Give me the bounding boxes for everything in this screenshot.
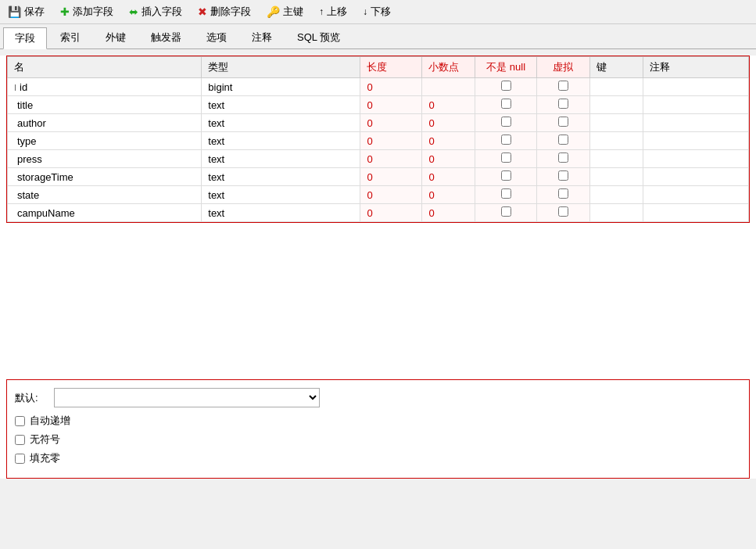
- cell-decimal: 0: [422, 114, 475, 132]
- cell-virtual[interactable]: [537, 168, 590, 186]
- field-name: state: [17, 189, 39, 201]
- cell-key: [589, 132, 643, 150]
- field-name: id: [20, 81, 27, 93]
- virtual-checkbox[interactable]: [558, 81, 568, 91]
- not-null-checkbox[interactable]: [501, 152, 511, 163]
- virtual-checkbox[interactable]: [558, 152, 568, 163]
- down-arrow-icon: ↓: [363, 6, 367, 17]
- auto-increment-checkbox[interactable]: [15, 416, 25, 426]
- table-row[interactable]: titletext00: [8, 96, 749, 114]
- table-row[interactable]: campuNametext00: [8, 204, 749, 222]
- table-header-row: 名 类型 长度 小数点 不是 null 虚拟 键 注释: [8, 57, 749, 78]
- cell-type: text: [202, 150, 360, 168]
- cell-virtual[interactable]: [537, 204, 590, 222]
- header-virtual: 虚拟: [537, 57, 590, 78]
- field-name: press: [17, 153, 42, 165]
- cell-comment: [643, 204, 748, 222]
- cell-decimal: 0: [422, 96, 475, 114]
- not-null-checkbox[interactable]: [501, 206, 511, 217]
- insert-field-button[interactable]: ⬌ 插入字段: [126, 3, 185, 20]
- cell-not-null[interactable]: [475, 114, 537, 132]
- unsigned-row: 无符号: [15, 432, 741, 447]
- table-row[interactable]: authortext00: [8, 114, 749, 132]
- move-down-button[interactable]: ↓ 下移: [360, 3, 394, 20]
- cell-type: text: [202, 96, 360, 114]
- cell-virtual[interactable]: [537, 150, 590, 168]
- cell-virtual[interactable]: [537, 132, 590, 150]
- tab-options[interactable]: 选项: [195, 27, 238, 48]
- cell-not-null[interactable]: [475, 204, 537, 222]
- cell-name: type: [8, 132, 202, 150]
- virtual-checkbox[interactable]: [558, 206, 568, 217]
- cell-length: 0: [360, 96, 422, 114]
- zerofill-checkbox[interactable]: [15, 454, 25, 464]
- tab-comment[interactable]: 注释: [240, 27, 284, 48]
- cell-virtual[interactable]: [537, 114, 590, 132]
- cell-not-null[interactable]: [475, 132, 537, 150]
- not-null-checkbox[interactable]: [501, 188, 511, 199]
- default-select[interactable]: [54, 388, 320, 407]
- save-button[interactable]: 💾 保存: [5, 3, 48, 20]
- table-row[interactable]: typetext00: [8, 132, 749, 150]
- cell-decimal: 0: [422, 132, 475, 150]
- cell-length: 0: [360, 78, 422, 96]
- not-null-checkbox[interactable]: [501, 99, 511, 109]
- header-key: 键: [589, 57, 643, 78]
- fields-table: 名 类型 长度 小数点 不是 null 虚拟 键 注释 Iidbigint0ti…: [7, 56, 749, 222]
- not-null-checkbox[interactable]: [501, 170, 511, 181]
- insert-field-label: 插入字段: [142, 5, 182, 19]
- virtual-checkbox[interactable]: [558, 117, 568, 127]
- cell-comment: [643, 132, 748, 150]
- delete-field-button[interactable]: ✖ 删除字段: [195, 3, 254, 20]
- header-decimal: 小数点: [422, 57, 475, 78]
- virtual-checkbox[interactable]: [558, 99, 568, 109]
- tab-trigger[interactable]: 触发器: [139, 27, 193, 48]
- table-row[interactable]: storageTimetext00: [8, 168, 749, 186]
- table-row[interactable]: Iidbigint0: [8, 78, 749, 96]
- cell-type: text: [202, 114, 360, 132]
- cell-not-null[interactable]: [475, 78, 537, 96]
- cell-virtual[interactable]: [537, 96, 590, 114]
- tab-sql-preview[interactable]: SQL 预览: [285, 27, 352, 48]
- unsigned-checkbox[interactable]: [15, 435, 25, 445]
- cell-not-null[interactable]: [475, 150, 537, 168]
- virtual-checkbox[interactable]: [558, 135, 568, 145]
- cell-type: bigint: [202, 78, 360, 96]
- add-field-button[interactable]: ✚ 添加字段: [57, 3, 116, 20]
- not-null-checkbox[interactable]: [501, 135, 511, 145]
- cell-key: [589, 114, 643, 132]
- cell-name: author: [8, 114, 202, 132]
- not-null-checkbox[interactable]: [501, 81, 511, 91]
- header-length: 长度: [360, 57, 422, 78]
- table-row[interactable]: presstext00: [8, 150, 749, 168]
- cell-type: text: [202, 132, 360, 150]
- cell-key: [589, 204, 643, 222]
- field-name: author: [17, 117, 46, 129]
- tab-foreign-key[interactable]: 外键: [94, 27, 138, 48]
- cell-decimal: 0: [422, 168, 475, 186]
- tab-fields[interactable]: 字段: [3, 27, 47, 49]
- cell-virtual[interactable]: [537, 186, 590, 204]
- move-up-label: 上移: [327, 5, 347, 19]
- header-not-null: 不是 null: [475, 57, 537, 78]
- header-comment: 注释: [643, 57, 748, 78]
- primary-key-button[interactable]: 🔑 主键: [263, 3, 306, 20]
- not-null-checkbox[interactable]: [501, 117, 511, 127]
- primary-key-label: 主键: [283, 5, 303, 19]
- cell-virtual[interactable]: [537, 78, 590, 96]
- cell-name: storageTime: [8, 168, 202, 186]
- table-row[interactable]: statetext00: [8, 186, 749, 204]
- cell-decimal: 0: [422, 186, 475, 204]
- default-label: 默认:: [15, 391, 46, 405]
- cell-not-null[interactable]: [475, 186, 537, 204]
- tab-index[interactable]: 索引: [48, 27, 92, 48]
- cell-not-null[interactable]: [475, 168, 537, 186]
- move-up-button[interactable]: ↑ 上移: [316, 3, 350, 20]
- cell-not-null[interactable]: [475, 96, 537, 114]
- header-name: 名: [8, 57, 202, 78]
- cell-name: campuName: [8, 204, 202, 222]
- toolbar: 💾 保存 ✚ 添加字段 ⬌ 插入字段 ✖ 删除字段 🔑 主键 ↑ 上移 ↓ 下移: [0, 0, 756, 24]
- move-down-label: 下移: [371, 5, 391, 19]
- virtual-checkbox[interactable]: [558, 188, 568, 199]
- virtual-checkbox[interactable]: [558, 170, 568, 181]
